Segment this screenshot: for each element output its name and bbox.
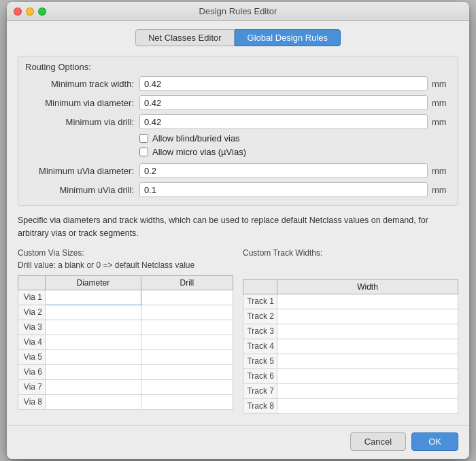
close-button[interactable]	[14, 7, 22, 16]
via-diameter-cell[interactable]	[46, 305, 141, 320]
via-diameter-cell[interactable]	[46, 335, 141, 349]
routing-options-label: Routing Options:	[25, 62, 451, 72]
track-width-input[interactable]	[280, 311, 455, 321]
ok-button[interactable]: OK	[411, 432, 458, 451]
via-drill-header: Drill	[141, 275, 233, 290]
track-width-input[interactable]	[280, 371, 455, 381]
track-width-cell[interactable]	[277, 383, 458, 398]
via-row-label: Via 7	[18, 379, 46, 394]
track-table-row: Track 3	[243, 324, 458, 339]
via-diameter-cell[interactable]	[46, 320, 141, 335]
via-drill-input[interactable]	[144, 337, 230, 347]
cancel-button[interactable]: Cancel	[350, 432, 406, 451]
via-drill-cell[interactable]	[141, 335, 233, 349]
track-row-label: Track 5	[243, 354, 277, 369]
via-diameter-input[interactable]	[48, 367, 138, 377]
via-diameter-cell[interactable]	[46, 379, 141, 394]
via-diameter-input[interactable]	[48, 352, 138, 362]
window-controls	[14, 7, 46, 16]
minimize-button[interactable]	[26, 7, 34, 16]
via-table-row: Via 3	[18, 320, 233, 335]
via-drill-cell[interactable]	[141, 305, 233, 320]
via-diameter-cell[interactable]	[46, 349, 141, 364]
via-drill-input[interactable]	[144, 352, 230, 362]
track-width-input[interactable]	[280, 401, 455, 411]
via-diameter-cell[interactable]	[46, 290, 141, 305]
via-row-header	[18, 275, 46, 290]
custom-via-label: Custom Via Sizes:	[18, 248, 233, 258]
track-row-label: Track 2	[243, 309, 277, 324]
track-width-cell[interactable]	[277, 354, 458, 369]
design-rules-editor-window: Design Rules Editor Net Classes Editor G…	[7, 2, 469, 459]
via-diameter-input[interactable]	[48, 292, 138, 302]
via-diameter-header: Diameter	[46, 275, 141, 290]
track-width-cell[interactable]	[277, 369, 458, 383]
track-table-row: Track 1	[243, 294, 458, 309]
track-row-label: Track 1	[243, 294, 277, 309]
via-table-row: Via 7	[18, 379, 233, 394]
via-drill-cell[interactable]	[141, 364, 233, 379]
min-uvia-diameter-row: Minimum uVia diameter: mm	[25, 163, 451, 178]
track-width-cell[interactable]	[277, 398, 458, 413]
track-row-label: Track 7	[243, 383, 277, 398]
via-diameter-input[interactable]	[48, 337, 138, 347]
track-table-row: Track 6	[243, 369, 458, 383]
track-width-input[interactable]	[280, 296, 455, 306]
via-row-label: Via 8	[18, 394, 46, 409]
via-diameter-input[interactable]	[48, 307, 138, 317]
track-row-header	[243, 279, 277, 294]
track-table-row: Track 7	[243, 383, 458, 398]
allow-micro-label: Allow micro vias (µVias)	[152, 147, 246, 157]
tab-net-classes[interactable]: Net Classes Editor	[135, 29, 235, 46]
min-via-drill-input[interactable]	[139, 114, 428, 129]
track-table-panel: Custom Track Widths: Width Track 1 Track…	[243, 248, 458, 414]
via-drill-input[interactable]	[144, 397, 230, 407]
min-via-diameter-input[interactable]	[139, 95, 428, 110]
track-width-input[interactable]	[280, 356, 455, 366]
routing-options-section: Routing Options: Minimum track width: mm…	[18, 56, 458, 206]
allow-blind-row: Allow blind/buried vias	[139, 133, 451, 143]
allow-micro-checkbox[interactable]	[139, 148, 148, 156]
via-drill-input[interactable]	[144, 292, 230, 302]
track-table: Width Track 1 Track 2 Track 3 Track 4	[243, 279, 458, 414]
allow-blind-checkbox[interactable]	[139, 134, 148, 143]
via-drill-input[interactable]	[144, 322, 230, 332]
via-diameter-input[interactable]	[48, 382, 138, 392]
track-width-cell[interactable]	[277, 324, 458, 339]
via-drill-input[interactable]	[144, 367, 230, 377]
via-table-panel: Custom Via Sizes: Drill value: a blank o…	[18, 248, 233, 414]
maximize-button[interactable]	[38, 7, 46, 16]
track-width-header: Width	[277, 279, 458, 294]
min-track-width-input[interactable]	[139, 76, 428, 91]
track-width-cell[interactable]	[277, 294, 458, 309]
track-width-input[interactable]	[280, 341, 455, 351]
via-diameter-input[interactable]	[48, 397, 138, 407]
track-width-input[interactable]	[280, 386, 455, 396]
via-drill-input[interactable]	[144, 382, 230, 392]
via-diameter-cell[interactable]	[46, 364, 141, 379]
min-uvia-diameter-input[interactable]	[139, 163, 428, 178]
window-title: Design Rules Editor	[199, 6, 277, 16]
via-table-row: Via 8	[18, 394, 233, 409]
via-row-label: Via 3	[18, 320, 46, 335]
min-uvia-diameter-label: Minimum uVia diameter:	[25, 166, 134, 176]
via-table-row: Via 2	[18, 305, 233, 320]
via-drill-cell[interactable]	[141, 290, 233, 305]
min-uvia-drill-input[interactable]	[139, 182, 428, 197]
min-via-drill-label: Minimum via drill:	[25, 117, 134, 127]
track-width-input[interactable]	[280, 326, 455, 336]
via-drill-cell[interactable]	[141, 320, 233, 335]
via-drill-input[interactable]	[144, 307, 230, 317]
via-diameter-input[interactable]	[48, 322, 138, 332]
via-diameter-cell[interactable]	[46, 394, 141, 409]
via-drill-cell[interactable]	[141, 349, 233, 364]
track-width-cell[interactable]	[277, 309, 458, 324]
min-via-diameter-row: Minimum via diameter: mm	[25, 95, 451, 110]
via-drill-cell[interactable]	[141, 379, 233, 394]
via-drill-cell[interactable]	[141, 394, 233, 409]
tab-global-design-rules[interactable]: Global Design Rules	[235, 29, 341, 46]
via-table: Diameter Drill Via 1 Via 2	[18, 275, 233, 410]
track-width-cell[interactable]	[277, 339, 458, 354]
via-table-row: Via 5	[18, 349, 233, 364]
track-table-row: Track 5	[243, 354, 458, 369]
